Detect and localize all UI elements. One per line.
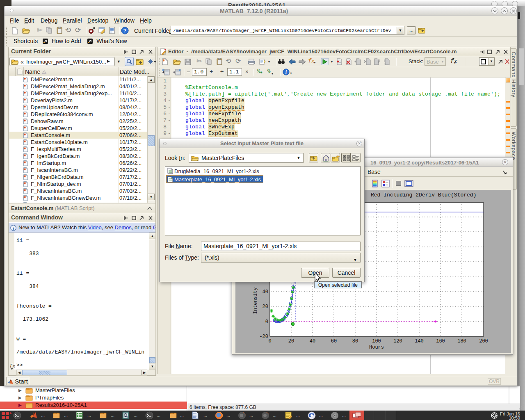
svg-text:20: 20	[262, 304, 268, 310]
svg-text:140: 140	[415, 338, 424, 344]
svg-text:20: 20	[288, 338, 294, 344]
svg-text:120: 120	[393, 338, 402, 344]
svg-text:80: 80	[352, 338, 358, 344]
svg-text:100: 100	[372, 338, 381, 344]
svg-text:-20: -20	[259, 334, 268, 340]
svg-text:200: 200	[479, 338, 488, 344]
svg-text:0: 0	[265, 319, 268, 325]
svg-text:160: 160	[436, 338, 445, 344]
svg-text:60: 60	[331, 338, 337, 344]
svg-text:40: 40	[310, 338, 315, 344]
svg-text:40: 40	[262, 289, 268, 295]
svg-text:0: 0	[268, 338, 271, 344]
svg-text:?: ?	[123, 27, 127, 34]
svg-text:Intensity: Intensity	[253, 288, 258, 314]
svg-text:Hours: Hours	[369, 345, 384, 350]
svg-text:180: 180	[457, 338, 466, 344]
svg-text:Red Including 2Deriv Blue(Stor: Red Including 2Deriv Blue(Stored)	[371, 192, 476, 198]
